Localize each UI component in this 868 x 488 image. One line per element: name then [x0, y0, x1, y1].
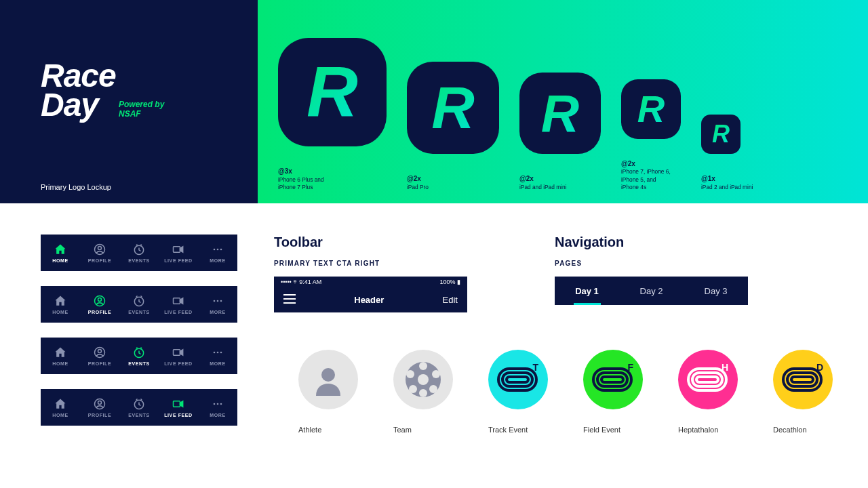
svg-rect-3 — [174, 247, 180, 252]
tab-events[interactable]: EVENTS — [119, 286, 159, 323]
app-icon: R — [278, 38, 387, 146]
hamburger-icon[interactable] — [283, 294, 296, 306]
tabbar-examples: HOMEPROFILEEVENTSLIVE FEEDMORE HOMEPROFI… — [41, 235, 237, 426]
track-icon: H — [678, 350, 738, 409]
svg-point-6 — [220, 249, 222, 251]
edit-button[interactable]: Edit — [443, 295, 458, 305]
tab-profile[interactable]: PROFILE — [80, 286, 119, 323]
navigation-subheading: PAGES — [555, 260, 827, 267]
badge-label: Field Event — [583, 426, 647, 434]
tab-day-2[interactable]: Day 2 — [619, 277, 684, 305]
app-icon-2x-iphone: R @2xiPhone 7, iPhone 6, iPhone 5, and i… — [621, 79, 681, 191]
tab-live-feed[interactable]: LIVE FEED — [159, 389, 198, 426]
app-icon: R — [621, 79, 681, 139]
svg-point-1 — [98, 246, 102, 249]
signal-icon: ••••• ᯤ — [281, 279, 299, 285]
svg-point-13 — [220, 300, 222, 302]
app-icon: R — [407, 62, 499, 154]
badge-track-event: TTrack Event — [488, 350, 552, 434]
tabbar-events-active: HOMEPROFILEEVENTSLIVE FEEDMORE — [41, 338, 237, 374]
logo-word-day: Day — [41, 87, 98, 123]
tabbar-livefeed-active: HOMEPROFILEEVENTSLIVE FEEDMORE — [41, 389, 237, 426]
svg-point-27 — [220, 403, 222, 405]
app-icon-showcase: R @3xiPhone 6 Plus and iPhone 7 Plus R @… — [258, 0, 868, 203]
app-icon-3x: R @3xiPhone 6 Plus and iPhone 7 Plus — [278, 38, 387, 191]
badge-label: Athlete — [298, 426, 362, 434]
svg-point-33 — [406, 370, 414, 378]
svg-point-22 — [98, 401, 102, 404]
tab-home[interactable]: HOME — [41, 338, 80, 374]
tab-live-feed[interactable]: LIVE FEED — [159, 235, 198, 271]
svg-point-30 — [418, 374, 429, 385]
tab-home[interactable]: HOME — [41, 389, 80, 426]
svg-point-26 — [217, 403, 219, 405]
svg-rect-24 — [174, 401, 180, 407]
tab-home[interactable]: HOME — [41, 286, 80, 323]
tab-more[interactable]: MORE — [198, 389, 237, 426]
tab-home[interactable]: HOME — [41, 235, 80, 271]
tabbar-profile-active: HOMEPROFILEEVENTSLIVE FEEDMORE — [41, 286, 237, 323]
tab-profile[interactable]: PROFILE — [80, 235, 119, 271]
badge-team: Team — [393, 350, 457, 434]
badge-label: Heptathalon — [678, 426, 742, 434]
app-icon-2x-ipadpro: R @2xiPad Pro — [407, 62, 499, 191]
app-icon-1x: R @1xiPad 2 and iPad mini — [701, 115, 753, 191]
tab-more[interactable]: MORE — [198, 338, 237, 374]
track-icon: D — [773, 350, 833, 409]
tab-events[interactable]: EVENTS — [119, 338, 159, 374]
svg-point-8 — [98, 298, 102, 301]
svg-point-28 — [321, 368, 335, 382]
tab-events[interactable]: EVENTS — [119, 389, 159, 426]
svg-point-11 — [214, 300, 216, 302]
toolbar-heading: Toolbar — [274, 235, 518, 250]
svg-point-31 — [419, 362, 427, 370]
day-tabs: Day 1 Day 2 Day 3 — [555, 277, 748, 305]
svg-point-36 — [429, 385, 437, 393]
track-icon: F — [583, 350, 643, 409]
track-icon: T — [488, 350, 548, 409]
badge-athlete: Athlete — [298, 350, 362, 434]
svg-point-15 — [98, 349, 102, 352]
svg-point-20 — [220, 352, 222, 354]
badge-letter: D — [816, 362, 823, 373]
svg-rect-10 — [174, 298, 180, 304]
app-icon: R — [519, 73, 601, 154]
svg-point-18 — [214, 352, 216, 354]
badge-letter: F — [627, 362, 633, 373]
svg-point-25 — [214, 403, 216, 405]
tab-day-1[interactable]: Day 1 — [555, 277, 619, 305]
hero: Race Day Powered by NSAF Primary Logo Lo… — [0, 0, 868, 203]
tabbar-home-active: HOMEPROFILEEVENTSLIVE FEEDMORE — [41, 235, 237, 271]
toolbar-title: Header — [354, 295, 384, 305]
svg-point-35 — [409, 385, 417, 393]
badge-label: Decathlon — [773, 426, 837, 434]
svg-point-4 — [214, 249, 216, 251]
battery-status: 100% ▮ — [439, 279, 460, 285]
svg-point-34 — [432, 370, 440, 378]
badge-heptathalon: HHeptathalon — [678, 350, 742, 434]
tab-more[interactable]: MORE — [198, 235, 237, 271]
badge-row: AthleteTeamTTrack EventFField EventHHept… — [298, 350, 837, 434]
svg-point-32 — [419, 389, 427, 397]
phone-toolbar: ••••• ᯤ 9:41 AM 100% ▮ Header Edit — [274, 277, 467, 312]
svg-point-19 — [217, 352, 219, 354]
tab-events[interactable]: EVENTS — [119, 235, 159, 271]
tab-live-feed[interactable]: LIVE FEED — [159, 338, 198, 374]
tab-day-3[interactable]: Day 3 — [684, 277, 748, 305]
svg-rect-17 — [174, 350, 180, 355]
svg-point-12 — [217, 300, 219, 302]
logo-caption: Primary Logo Lockup — [41, 183, 111, 191]
tab-profile[interactable]: PROFILE — [80, 389, 119, 426]
tab-more[interactable]: MORE — [198, 286, 237, 323]
hero-logo-panel: Race Day Powered by NSAF Primary Logo Lo… — [0, 0, 258, 203]
app-icon-2x-ipad: R @2xiPad and iPad mini — [519, 73, 601, 191]
navigation-heading: Navigation — [555, 235, 827, 250]
tab-profile[interactable]: PROFILE — [80, 338, 119, 374]
badge-label: Track Event — [488, 426, 552, 434]
logo-powered-by: Powered by NSAF — [119, 100, 164, 119]
tab-live-feed[interactable]: LIVE FEED — [159, 286, 198, 323]
team-icon — [393, 350, 453, 409]
status-time: 9:41 AM — [299, 279, 321, 285]
badge-label: Team — [393, 426, 457, 434]
badge-field-event: FField Event — [583, 350, 647, 434]
